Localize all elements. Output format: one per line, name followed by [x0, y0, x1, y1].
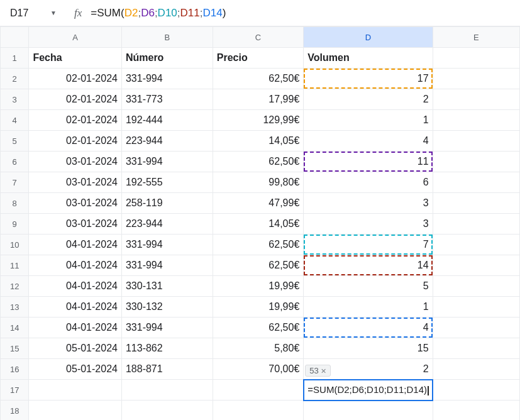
row-header[interactable]: 11: [1, 255, 29, 276]
cell[interactable]: [433, 69, 519, 89]
row-header[interactable]: 2: [1, 69, 29, 89]
cell[interactable]: 03-01-2024: [29, 214, 122, 235]
formula-input[interactable]: =SUM(D2;D6;D10;D11;D14): [91, 7, 515, 19]
row-header[interactable]: 10: [1, 235, 29, 255]
row-header[interactable]: 15: [1, 338, 29, 359]
cell[interactable]: [433, 359, 519, 380]
column-header-a[interactable]: A: [29, 27, 122, 48]
cell[interactable]: 3: [304, 214, 433, 235]
cell[interactable]: [304, 401, 433, 421]
row-header[interactable]: 7: [1, 172, 29, 193]
cell[interactable]: [433, 297, 519, 318]
cell[interactable]: 19,99€: [213, 276, 304, 297]
cell[interactable]: =SUM(D2;D6;D10;D11;D14)53✕: [304, 380, 433, 401]
cell[interactable]: 331-994: [121, 235, 213, 255]
cell[interactable]: 03-01-2024: [29, 152, 122, 172]
cell[interactable]: 03-01-2024: [29, 172, 122, 193]
cell[interactable]: 4: [304, 131, 433, 152]
cell[interactable]: 331-773: [121, 89, 213, 110]
column-header-b[interactable]: B: [121, 27, 213, 48]
cell[interactable]: 192-444: [121, 110, 213, 131]
cell[interactable]: 04-01-2024: [29, 255, 122, 276]
row-header[interactable]: 9: [1, 214, 29, 235]
cell[interactable]: [433, 214, 519, 235]
cell[interactable]: 02-01-2024: [29, 131, 122, 152]
cell[interactable]: [213, 401, 304, 421]
cell[interactable]: 19,99€: [213, 297, 304, 318]
cell[interactable]: [433, 131, 519, 152]
cell[interactable]: [213, 380, 304, 401]
select-all-corner[interactable]: [1, 27, 29, 48]
cell[interactable]: [121, 401, 213, 421]
cell[interactable]: 6: [304, 172, 433, 193]
cell[interactable]: 62,50€: [213, 318, 304, 338]
cell[interactable]: 05-01-2024: [29, 359, 122, 380]
row-header[interactable]: 17: [1, 380, 29, 401]
cell[interactable]: 03-01-2024: [29, 193, 122, 214]
cell[interactable]: 223-944: [121, 214, 213, 235]
row-header[interactable]: 6: [1, 152, 29, 172]
cell[interactable]: 02-01-2024: [29, 69, 122, 89]
cell[interactable]: [433, 152, 519, 172]
cell[interactable]: 04-01-2024: [29, 297, 122, 318]
cell[interactable]: 62,50€: [213, 235, 304, 255]
cell[interactable]: 129,99€: [213, 110, 304, 131]
cell[interactable]: 331-994: [121, 152, 213, 172]
column-header-c[interactable]: C: [213, 27, 304, 48]
name-box[interactable]: D17 ▼: [5, 5, 62, 21]
cell[interactable]: [433, 318, 519, 338]
cell[interactable]: [29, 401, 122, 421]
cell[interactable]: 192-555: [121, 172, 213, 193]
cell[interactable]: 02-01-2024: [29, 89, 122, 110]
cell[interactable]: 5,80€: [213, 338, 304, 359]
cell[interactable]: 14,05€: [213, 131, 304, 152]
cell[interactable]: [433, 401, 519, 421]
row-header[interactable]: 18: [1, 401, 29, 421]
name-box-dropdown-icon[interactable]: ▼: [50, 9, 57, 16]
cell[interactable]: 258-119: [121, 193, 213, 214]
cell[interactable]: [433, 89, 519, 110]
cell[interactable]: [433, 235, 519, 255]
cell[interactable]: 15: [304, 338, 433, 359]
row-header[interactable]: 3: [1, 89, 29, 110]
cell[interactable]: Precio: [213, 48, 304, 69]
cell[interactable]: 05-01-2024: [29, 338, 122, 359]
cell[interactable]: 5: [304, 276, 433, 297]
cell[interactable]: 47,99€: [213, 193, 304, 214]
row-header[interactable]: 12: [1, 276, 29, 297]
cell[interactable]: 1: [304, 297, 433, 318]
cell[interactable]: [433, 276, 519, 297]
cell[interactable]: 17: [304, 69, 433, 89]
cell[interactable]: 04-01-2024: [29, 276, 122, 297]
row-header[interactable]: 4: [1, 110, 29, 131]
cell[interactable]: 70,00€: [213, 359, 304, 380]
cell[interactable]: [29, 380, 122, 401]
cell[interactable]: [433, 110, 519, 131]
cell[interactable]: 113-862: [121, 338, 213, 359]
cell[interactable]: 223-944: [121, 131, 213, 152]
cell[interactable]: Número: [121, 48, 213, 69]
row-header[interactable]: 16: [1, 359, 29, 380]
cell[interactable]: [433, 172, 519, 193]
cell[interactable]: 4: [304, 318, 433, 338]
cell[interactable]: 17,99€: [213, 89, 304, 110]
row-header[interactable]: 1: [1, 48, 29, 69]
cell[interactable]: 62,50€: [213, 152, 304, 172]
row-header[interactable]: 14: [1, 318, 29, 338]
cell[interactable]: 02-01-2024: [29, 110, 122, 131]
formula-result-hint[interactable]: 53✕: [305, 365, 330, 377]
cell[interactable]: 11: [304, 152, 433, 172]
cell[interactable]: [433, 193, 519, 214]
cell[interactable]: 7: [304, 235, 433, 255]
cell[interactable]: [433, 255, 519, 276]
close-icon[interactable]: ✕: [321, 367, 326, 375]
cell[interactable]: 04-01-2024: [29, 235, 122, 255]
column-header-e[interactable]: E: [433, 27, 519, 48]
cell[interactable]: 331-994: [121, 255, 213, 276]
cell[interactable]: 331-994: [121, 318, 213, 338]
cell[interactable]: 2: [304, 89, 433, 110]
cell[interactable]: [121, 380, 213, 401]
cell[interactable]: 99,80€: [213, 172, 304, 193]
row-header[interactable]: 5: [1, 131, 29, 152]
cell[interactable]: 04-01-2024: [29, 318, 122, 338]
